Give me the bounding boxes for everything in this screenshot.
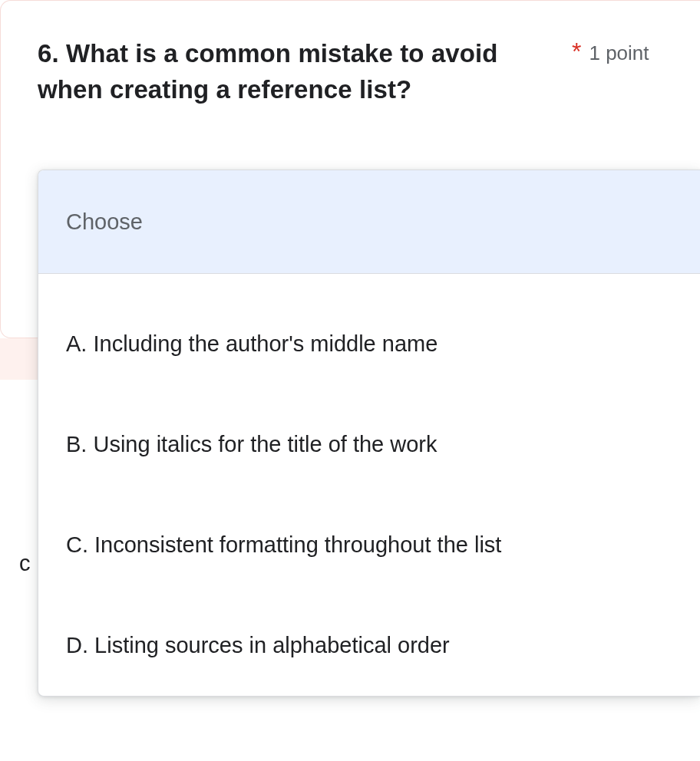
dropdown-option-d[interactable]: D. Listing sources in alphabetical order [38,595,700,696]
points-label: 1 point [589,41,649,65]
dropdown-option-b[interactable]: B. Using italics for the title of the wo… [38,394,700,495]
question-text: 6. What is a common mistake to avoid whe… [38,36,560,108]
dropdown-placeholder-option[interactable]: Choose [38,170,700,273]
obscured-text: c [19,551,31,576]
dropdown-option-a[interactable]: A. Including the author's middle name [38,294,700,394]
required-asterisk: * [572,39,581,64]
dropdown-spacer [38,274,700,294]
dropdown-option-c[interactable]: C. Inconsistent formatting throughout th… [38,495,700,595]
answer-dropdown[interactable]: Choose A. Including the author's middle … [38,170,700,697]
obscured-text [19,457,25,483]
question-meta: * 1 point [572,36,649,65]
question-header: 6. What is a common mistake to avoid whe… [38,36,700,108]
